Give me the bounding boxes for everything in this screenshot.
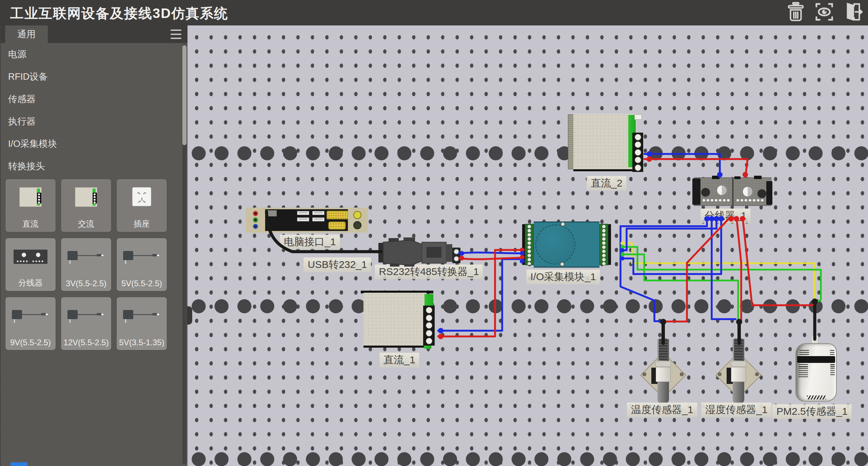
title-bar: 工业互联网设备及接线3D仿真系统 (0, 0, 868, 25)
preview-icon[interactable] (814, 1, 835, 22)
device-label-rs1: RS232转485转换器_1 (375, 265, 483, 279)
palette-item-3v-adapter[interactable]: 3V(5.5-2.5) (61, 238, 112, 291)
device-pm25-sensor-1[interactable] (795, 343, 837, 402)
adapter-thumb-image (121, 248, 162, 267)
pegboard-hole-band (188, 146, 868, 161)
adapter-thumb-image (65, 248, 107, 267)
audio-jack-green (253, 217, 258, 222)
device-humidity-sensor-1[interactable] (716, 338, 761, 406)
device-label-splitter1: 分线器_1 (701, 209, 750, 223)
tab-general[interactable]: 通用 (5, 25, 48, 43)
device-label-hum1: 湿度传感器_1 (701, 403, 771, 417)
delete-icon[interactable] (785, 1, 806, 22)
device-pc-interface-1[interactable] (246, 208, 368, 233)
sidebar-item-actuator[interactable]: 执行器 (1, 110, 184, 133)
palette-item-ac[interactable]: 交流 (61, 179, 112, 232)
device-dc-power-1[interactable] (361, 291, 437, 349)
sidebar-collapse-handle[interactable] (187, 306, 192, 325)
round-port-yellow (353, 211, 361, 219)
sidebar: 通用 电源 RFID设备 传感器 执行器 I/O采集模块 转换接头 直流 交流 (0, 25, 188, 466)
menu-icon[interactable] (171, 30, 181, 39)
palette-item-dc[interactable]: 直流 (5, 179, 56, 232)
app-root: 工业互联网设备及接线3D仿真系统 (0, 0, 868, 466)
palette-item-5v-adapter[interactable]: 5V(5.5-2.5) (116, 238, 167, 291)
exit-icon[interactable] (842, 1, 863, 22)
sidebar-item-sensor[interactable]: 传感器 (1, 88, 184, 110)
palette-item-9v-adapter[interactable]: 9V(5.5-2.5) (5, 297, 56, 350)
sidebar-item-io-module[interactable]: I/O采集模块 (1, 133, 184, 155)
device-label-pc1: 电脑接口_1 (280, 235, 340, 249)
sidebar-item-adapter[interactable]: 转换接头 (1, 155, 184, 177)
socket-thumb-image (132, 187, 151, 206)
sidebar-scrollbar[interactable] (182, 44, 186, 464)
design-canvas[interactable]: 直流_2 分线器_1 电脑接口_1 USB转232_1 RS232转485转换器… (188, 25, 868, 466)
audio-jack-blue (253, 224, 258, 229)
audio-jack-red (253, 211, 258, 216)
device-label-temp1: 温度传感器_1 (627, 403, 697, 417)
adapter-thumb-image (65, 307, 107, 326)
pegboard-hole-band (188, 452, 868, 466)
palette-item-12v-adapter[interactable]: 12V(5.5-2.5) (61, 297, 112, 350)
device-dc-power-2[interactable] (568, 112, 643, 172)
palette-grid: 直流 交流 插座 分线器 (5, 179, 179, 350)
scrollbar-thumb[interactable] (182, 45, 186, 145)
sidebar-item-power[interactable]: 电源 (1, 43, 184, 65)
ac-thumb-image (75, 187, 97, 207)
page-title: 工业互联网设备及接线3D仿真系统 (10, 4, 228, 23)
adapter-thumb-image (121, 307, 162, 326)
palette-peek-item[interactable] (11, 462, 27, 466)
adapter-thumb-image (10, 307, 51, 326)
dc-thumb-image (19, 187, 42, 207)
splitter-thumb-image (14, 250, 47, 264)
round-port-dark (353, 221, 361, 229)
device-rs232-485-converter-1 (378, 237, 460, 267)
palette-item-socket[interactable]: 插座 (116, 179, 167, 232)
sidebar-item-rfid[interactable]: RFID设备 (1, 65, 184, 88)
sidebar-tabbar: 通用 (1, 25, 188, 43)
device-label-dc2: 直流_2 (587, 176, 626, 191)
palette-item-5v-135-adapter[interactable]: 5V(3.5-1.35) (116, 297, 167, 350)
device-io-module-1[interactable] (522, 221, 611, 268)
device-label-dc1: 直流_1 (379, 353, 419, 367)
device-label-usb1: USB转232_1 (303, 257, 371, 272)
dvi-port (327, 211, 348, 219)
category-list: 电源 RFID设备 传感器 执行器 I/O采集模块 转换接头 (1, 43, 184, 177)
palette-item-splitter[interactable]: 分线器 (5, 238, 56, 291)
device-label-pm1: PM2.5传感器_1 (772, 404, 852, 419)
device-temp-sensor-1[interactable] (641, 338, 685, 406)
device-label-io1: I/O采集模块_1 (526, 270, 600, 284)
vga-port (328, 221, 346, 230)
device-splitter-1[interactable] (694, 177, 771, 206)
header-actions (785, 1, 863, 22)
pegboard-hole-band (188, 299, 868, 314)
